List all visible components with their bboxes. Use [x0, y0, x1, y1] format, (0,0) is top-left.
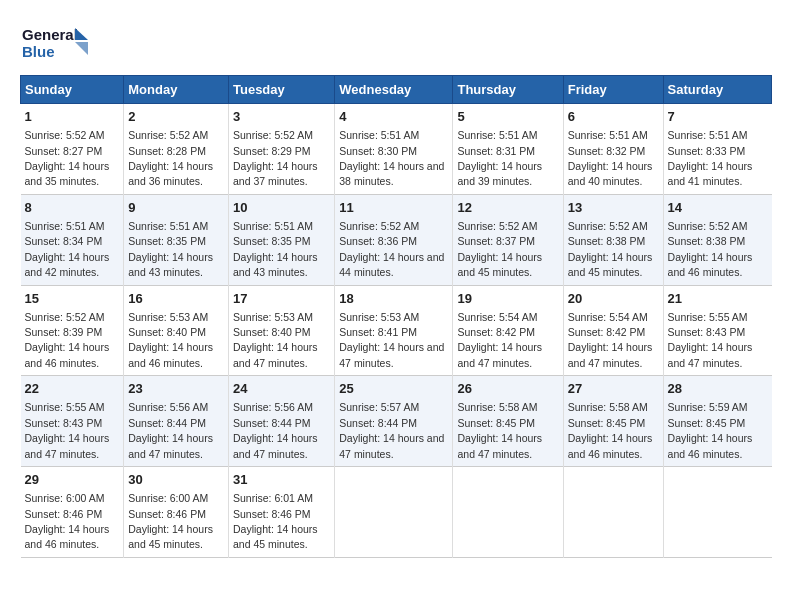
day-number: 26 [457, 380, 558, 398]
calendar-cell: 17Sunrise: 5:53 AMSunset: 8:40 PMDayligh… [228, 285, 334, 376]
day-number: 23 [128, 380, 224, 398]
logo-svg: General Blue [20, 20, 90, 65]
calendar-week-row: 15Sunrise: 5:52 AMSunset: 8:39 PMDayligh… [21, 285, 772, 376]
header-monday: Monday [124, 76, 229, 104]
cell-info: Sunrise: 5:53 AMSunset: 8:41 PMDaylight:… [339, 311, 444, 369]
calendar-cell: 11Sunrise: 5:52 AMSunset: 8:36 PMDayligh… [335, 194, 453, 285]
cell-info: Sunrise: 5:53 AMSunset: 8:40 PMDaylight:… [128, 311, 213, 369]
cell-info: Sunrise: 5:57 AMSunset: 8:44 PMDaylight:… [339, 401, 444, 459]
day-number: 9 [128, 199, 224, 217]
cell-info: Sunrise: 5:52 AMSunset: 8:37 PMDaylight:… [457, 220, 542, 278]
cell-info: Sunrise: 5:51 AMSunset: 8:32 PMDaylight:… [568, 129, 653, 187]
calendar-cell: 21Sunrise: 5:55 AMSunset: 8:43 PMDayligh… [663, 285, 771, 376]
cell-info: Sunrise: 5:54 AMSunset: 8:42 PMDaylight:… [568, 311, 653, 369]
cell-info: Sunrise: 5:52 AMSunset: 8:29 PMDaylight:… [233, 129, 318, 187]
calendar-cell: 12Sunrise: 5:52 AMSunset: 8:37 PMDayligh… [453, 194, 563, 285]
cell-info: Sunrise: 5:52 AMSunset: 8:39 PMDaylight:… [25, 311, 110, 369]
day-number: 7 [668, 108, 768, 126]
calendar-cell: 28Sunrise: 5:59 AMSunset: 8:45 PMDayligh… [663, 376, 771, 467]
day-number: 13 [568, 199, 659, 217]
cell-info: Sunrise: 5:59 AMSunset: 8:45 PMDaylight:… [668, 401, 753, 459]
calendar-cell: 10Sunrise: 5:51 AMSunset: 8:35 PMDayligh… [228, 194, 334, 285]
day-number: 21 [668, 290, 768, 308]
calendar-cell [563, 467, 663, 558]
calendar-cell: 6Sunrise: 5:51 AMSunset: 8:32 PMDaylight… [563, 104, 663, 195]
calendar-cell: 15Sunrise: 5:52 AMSunset: 8:39 PMDayligh… [21, 285, 124, 376]
cell-info: Sunrise: 5:55 AMSunset: 8:43 PMDaylight:… [668, 311, 753, 369]
calendar-cell: 3Sunrise: 5:52 AMSunset: 8:29 PMDaylight… [228, 104, 334, 195]
cell-info: Sunrise: 5:55 AMSunset: 8:43 PMDaylight:… [25, 401, 110, 459]
calendar-cell: 4Sunrise: 5:51 AMSunset: 8:30 PMDaylight… [335, 104, 453, 195]
cell-info: Sunrise: 5:52 AMSunset: 8:36 PMDaylight:… [339, 220, 444, 278]
logo: General Blue [20, 20, 90, 65]
header-tuesday: Tuesday [228, 76, 334, 104]
day-number: 19 [457, 290, 558, 308]
day-number: 24 [233, 380, 330, 398]
header-sunday: Sunday [21, 76, 124, 104]
header-thursday: Thursday [453, 76, 563, 104]
calendar-week-row: 29Sunrise: 6:00 AMSunset: 8:46 PMDayligh… [21, 467, 772, 558]
svg-marker-2 [75, 28, 88, 40]
cell-info: Sunrise: 6:00 AMSunset: 8:46 PMDaylight:… [25, 492, 110, 550]
day-number: 11 [339, 199, 448, 217]
day-number: 15 [25, 290, 120, 308]
calendar-week-row: 22Sunrise: 5:55 AMSunset: 8:43 PMDayligh… [21, 376, 772, 467]
cell-info: Sunrise: 5:58 AMSunset: 8:45 PMDaylight:… [568, 401, 653, 459]
header-wednesday: Wednesday [335, 76, 453, 104]
day-number: 16 [128, 290, 224, 308]
cell-info: Sunrise: 6:00 AMSunset: 8:46 PMDaylight:… [128, 492, 213, 550]
day-number: 29 [25, 471, 120, 489]
calendar-cell: 9Sunrise: 5:51 AMSunset: 8:35 PMDaylight… [124, 194, 229, 285]
calendar-cell: 19Sunrise: 5:54 AMSunset: 8:42 PMDayligh… [453, 285, 563, 376]
day-number: 14 [668, 199, 768, 217]
day-number: 12 [457, 199, 558, 217]
cell-info: Sunrise: 5:58 AMSunset: 8:45 PMDaylight:… [457, 401, 542, 459]
calendar-cell: 25Sunrise: 5:57 AMSunset: 8:44 PMDayligh… [335, 376, 453, 467]
calendar-cell: 18Sunrise: 5:53 AMSunset: 8:41 PMDayligh… [335, 285, 453, 376]
day-number: 31 [233, 471, 330, 489]
day-number: 5 [457, 108, 558, 126]
calendar-cell: 2Sunrise: 5:52 AMSunset: 8:28 PMDaylight… [124, 104, 229, 195]
page-header: General Blue [20, 20, 772, 65]
calendar-cell: 27Sunrise: 5:58 AMSunset: 8:45 PMDayligh… [563, 376, 663, 467]
day-number: 27 [568, 380, 659, 398]
calendar-cell: 1Sunrise: 5:52 AMSunset: 8:27 PMDaylight… [21, 104, 124, 195]
day-number: 3 [233, 108, 330, 126]
calendar-cell: 5Sunrise: 5:51 AMSunset: 8:31 PMDaylight… [453, 104, 563, 195]
calendar-cell: 8Sunrise: 5:51 AMSunset: 8:34 PMDaylight… [21, 194, 124, 285]
calendar-week-row: 8Sunrise: 5:51 AMSunset: 8:34 PMDaylight… [21, 194, 772, 285]
day-number: 28 [668, 380, 768, 398]
day-number: 25 [339, 380, 448, 398]
day-number: 20 [568, 290, 659, 308]
day-number: 30 [128, 471, 224, 489]
calendar-cell [335, 467, 453, 558]
cell-info: Sunrise: 5:52 AMSunset: 8:38 PMDaylight:… [568, 220, 653, 278]
svg-text:Blue: Blue [22, 43, 55, 60]
header-saturday: Saturday [663, 76, 771, 104]
cell-info: Sunrise: 5:51 AMSunset: 8:33 PMDaylight:… [668, 129, 753, 187]
cell-info: Sunrise: 5:54 AMSunset: 8:42 PMDaylight:… [457, 311, 542, 369]
calendar-cell: 7Sunrise: 5:51 AMSunset: 8:33 PMDaylight… [663, 104, 771, 195]
calendar-week-row: 1Sunrise: 5:52 AMSunset: 8:27 PMDaylight… [21, 104, 772, 195]
calendar-cell: 23Sunrise: 5:56 AMSunset: 8:44 PMDayligh… [124, 376, 229, 467]
calendar-table: SundayMondayTuesdayWednesdayThursdayFrid… [20, 75, 772, 558]
day-number: 10 [233, 199, 330, 217]
day-number: 17 [233, 290, 330, 308]
day-number: 4 [339, 108, 448, 126]
calendar-cell: 24Sunrise: 5:56 AMSunset: 8:44 PMDayligh… [228, 376, 334, 467]
cell-info: Sunrise: 5:56 AMSunset: 8:44 PMDaylight:… [128, 401, 213, 459]
calendar-cell: 22Sunrise: 5:55 AMSunset: 8:43 PMDayligh… [21, 376, 124, 467]
svg-text:General: General [22, 26, 78, 43]
calendar-cell: 14Sunrise: 5:52 AMSunset: 8:38 PMDayligh… [663, 194, 771, 285]
cell-info: Sunrise: 5:51 AMSunset: 8:35 PMDaylight:… [128, 220, 213, 278]
cell-info: Sunrise: 6:01 AMSunset: 8:46 PMDaylight:… [233, 492, 318, 550]
calendar-cell: 16Sunrise: 5:53 AMSunset: 8:40 PMDayligh… [124, 285, 229, 376]
cell-info: Sunrise: 5:52 AMSunset: 8:27 PMDaylight:… [25, 129, 110, 187]
day-number: 1 [25, 108, 120, 126]
day-number: 22 [25, 380, 120, 398]
header-friday: Friday [563, 76, 663, 104]
cell-info: Sunrise: 5:52 AMSunset: 8:38 PMDaylight:… [668, 220, 753, 278]
calendar-header-row: SundayMondayTuesdayWednesdayThursdayFrid… [21, 76, 772, 104]
cell-info: Sunrise: 5:52 AMSunset: 8:28 PMDaylight:… [128, 129, 213, 187]
day-number: 8 [25, 199, 120, 217]
